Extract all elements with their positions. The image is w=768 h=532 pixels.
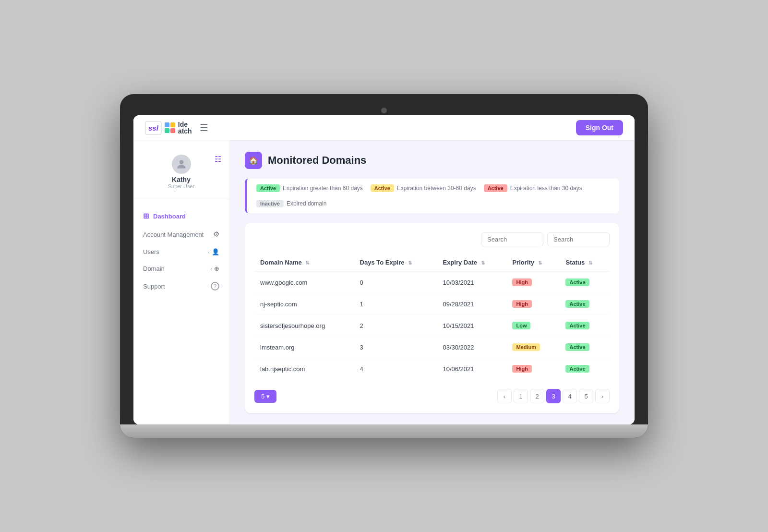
page-size-button[interactable]: 5 ▾ bbox=[254, 390, 276, 403]
laptop-frame: ssl Ide atch bbox=[120, 94, 648, 438]
user-role: Super User bbox=[168, 183, 195, 189]
page-size-chevron-icon: ▾ bbox=[266, 393, 270, 400]
dashboard-icon: ⊞ bbox=[143, 212, 149, 220]
sidebar-item-users[interactable]: Users ‹ 👤 bbox=[133, 243, 229, 260]
priority-badge-4: High bbox=[512, 365, 531, 373]
legend-item-3: Inactive Expired domain bbox=[256, 200, 326, 207]
sidebar-label-domain: Domain bbox=[143, 265, 165, 272]
sidebar-item-domain[interactable]: Domain ‹ ⊕ bbox=[133, 260, 229, 277]
app-container: ssl Ide atch bbox=[133, 115, 635, 424]
legend-bar: Active Expiration greater than 60 days A… bbox=[245, 179, 619, 213]
pagination-page-1[interactable]: 1 bbox=[514, 389, 528, 403]
nav-item-left-domain: Domain bbox=[143, 265, 165, 272]
sidebar: Kathy Super User ☷ ⊞ Dashboard bbox=[133, 140, 229, 424]
pagination-next-icon[interactable]: › bbox=[595, 389, 610, 403]
col-priority[interactable]: Priority ⇅ bbox=[506, 254, 560, 271]
pagination-row: 5 ▾ ‹ 1 2 3 4 5 › bbox=[254, 389, 610, 403]
col-domain-name-label: Domain Name bbox=[260, 259, 302, 266]
table-head: Domain Name ⇅ Days To Expire ⇅ Expiry Da… bbox=[254, 254, 610, 271]
sidebar-label-account: Account Management bbox=[143, 231, 204, 238]
priority-badge-1: High bbox=[512, 300, 531, 308]
cell-status-3: Active bbox=[560, 337, 610, 358]
legend-badge-1: Active bbox=[371, 184, 394, 192]
nav-item-left-dashboard: ⊞ Dashboard bbox=[143, 212, 186, 220]
table-row: www.google.com 0 10/03/2021 High Active bbox=[254, 271, 610, 293]
priority-badge-3: Medium bbox=[512, 343, 540, 351]
nav-item-left-users: Users bbox=[143, 248, 159, 255]
pagination-page-5[interactable]: 5 bbox=[579, 389, 593, 403]
sidebar-item-support[interactable]: Support ? bbox=[133, 277, 229, 295]
cell-days-2: 2 bbox=[354, 315, 437, 337]
laptop-camera bbox=[381, 108, 387, 113]
sort-icon-status: ⇅ bbox=[588, 260, 592, 266]
sidebar-item-dashboard[interactable]: ⊞ Dashboard bbox=[133, 207, 229, 225]
col-days-to-expire[interactable]: Days To Expire ⇅ bbox=[354, 254, 437, 271]
legend-badge-2: Active bbox=[484, 184, 507, 192]
table-row: lab.njseptic.com 4 10/06/2021 High Activ… bbox=[254, 358, 610, 380]
domain-add-icon: ⊕ bbox=[214, 265, 219, 272]
cell-expiry-1: 09/28/2021 bbox=[437, 293, 506, 315]
pagination-page-3[interactable]: 3 bbox=[546, 389, 561, 403]
search-input-2[interactable] bbox=[547, 232, 610, 246]
pagination-page-2[interactable]: 2 bbox=[530, 389, 544, 403]
pagination-page-4[interactable]: 4 bbox=[563, 389, 577, 403]
topbar: ssl Ide atch bbox=[133, 115, 635, 140]
cell-status-2: Active bbox=[560, 315, 610, 337]
users-icons: ‹ 👤 bbox=[208, 248, 219, 255]
topbar-left: ssl Ide atch bbox=[145, 121, 208, 135]
cell-status-1: Active bbox=[560, 293, 610, 315]
pagination-prev-icon[interactable]: ‹ bbox=[497, 389, 512, 403]
edit-user-icon[interactable]: ☷ bbox=[215, 155, 221, 164]
cell-days-0: 0 bbox=[354, 271, 437, 293]
svg-point-0 bbox=[179, 160, 183, 164]
page-header: 🏠 Monitored Domains bbox=[245, 152, 619, 169]
sidebar-item-account-management[interactable]: Account Management ⚙ bbox=[133, 225, 229, 243]
col-priority-label: Priority bbox=[512, 259, 534, 266]
search-input-1[interactable] bbox=[481, 232, 543, 246]
nav-item-left-account: Account Management bbox=[143, 231, 204, 238]
logo-watch: atch bbox=[178, 128, 192, 134]
pagination: ‹ 1 2 3 4 5 › bbox=[497, 389, 610, 403]
cell-domain-0: www.google.com bbox=[254, 271, 354, 293]
cell-days-3: 3 bbox=[354, 337, 437, 358]
priority-badge-0: High bbox=[512, 278, 531, 286]
page-size-value: 5 bbox=[261, 393, 264, 400]
cell-priority-1: High bbox=[506, 293, 560, 315]
table-body: www.google.com 0 10/03/2021 High Active … bbox=[254, 271, 610, 379]
sidebar-label-dashboard: Dashboard bbox=[153, 213, 186, 220]
sort-icon-expiry: ⇅ bbox=[481, 260, 485, 266]
logo-idewatch-text: Ide atch bbox=[178, 121, 192, 134]
laptop-base bbox=[120, 424, 648, 438]
sign-out-button[interactable]: Sign Out bbox=[576, 120, 623, 135]
laptop-screen: ssl Ide atch bbox=[133, 115, 635, 424]
col-expiry-label: Expiry Date bbox=[443, 259, 477, 266]
cell-status-4: Active bbox=[560, 358, 610, 380]
col-expiry-date[interactable]: Expiry Date ⇅ bbox=[437, 254, 506, 271]
cell-expiry-2: 10/15/2021 bbox=[437, 315, 506, 337]
legend-badge-3: Inactive bbox=[256, 200, 284, 207]
cell-domain-2: sistersofjesourhope.org bbox=[254, 315, 354, 337]
menu-toggle-icon[interactable]: ☰ bbox=[200, 122, 208, 133]
main-layout: Kathy Super User ☷ ⊞ Dashboard bbox=[133, 140, 635, 424]
page-header-icon: 🏠 bbox=[245, 152, 262, 169]
cell-days-1: 1 bbox=[354, 293, 437, 315]
nav-item-left-support: Support bbox=[143, 283, 165, 290]
legend-badge-0: Active bbox=[256, 184, 280, 192]
legend-text-1: Expiration between 30-60 days bbox=[397, 185, 476, 192]
col-domain-name[interactable]: Domain Name ⇅ bbox=[254, 254, 354, 271]
cell-status-0: Active bbox=[560, 271, 610, 293]
legend-item-2: Active Expiration less than 30 days bbox=[484, 184, 582, 192]
logo: ssl Ide atch bbox=[145, 121, 192, 135]
sidebar-label-support: Support bbox=[143, 283, 165, 290]
table-card: Domain Name ⇅ Days To Expire ⇅ Expiry Da… bbox=[245, 223, 619, 413]
domains-table: Domain Name ⇅ Days To Expire ⇅ Expiry Da… bbox=[254, 254, 610, 379]
cell-priority-0: High bbox=[506, 271, 560, 293]
cell-priority-2: Low bbox=[506, 315, 560, 337]
sidebar-label-users: Users bbox=[143, 248, 159, 255]
domain-chevron-icon: ‹ bbox=[210, 266, 212, 272]
col-status[interactable]: Status ⇅ bbox=[560, 254, 610, 271]
table-row: imsteam.org 3 03/30/2022 Medium Active bbox=[254, 337, 610, 358]
cell-priority-4: High bbox=[506, 358, 560, 380]
status-badge-3: Active bbox=[565, 343, 589, 351]
cell-domain-4: lab.njseptic.com bbox=[254, 358, 354, 380]
